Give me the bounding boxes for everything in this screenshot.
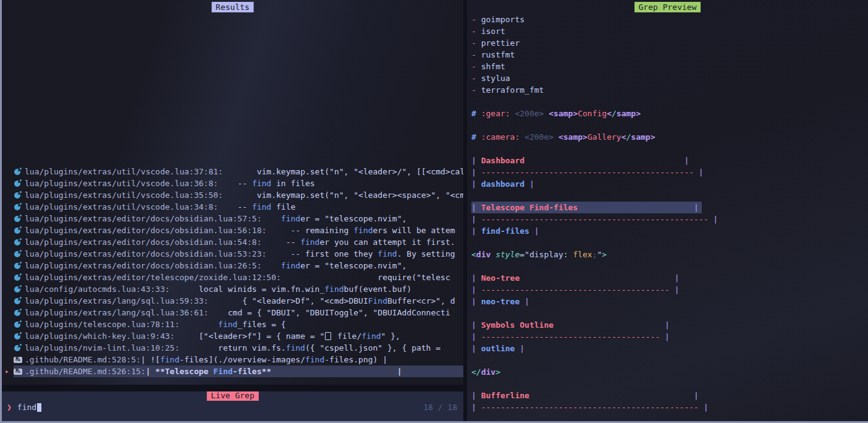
- result-path: .github/README.md:526:15:: [25, 365, 146, 377]
- lua-icon: [14, 204, 20, 210]
- result-row[interactable]: ▸.github/README.md:526:15:| **Telescope …: [2, 365, 463, 377]
- preview-line: [471, 260, 868, 272]
- preview-line: - goimports: [471, 14, 868, 25]
- preview-line: | dashboard |: [471, 178, 868, 190]
- lua-icon: [14, 251, 20, 257]
- preview-line: | outline |: [471, 343, 868, 354]
- prompt-title: Live Grep: [206, 391, 258, 401]
- preview-line: | Neo-tree |: [471, 272, 868, 284]
- lua-icon: [14, 192, 20, 199]
- prompt-panel: Live Grep ❯find 18 / 18: [2, 391, 463, 421]
- result-path: lua/config/autocmds.lua:43:33:: [25, 283, 170, 295]
- preview-line: [471, 143, 868, 155]
- result-row[interactable]: lua/plugins/extras/editor/docs/obsidian.…: [2, 224, 463, 236]
- result-path: lua/plugins/extras/editor/docs/obsidian.…: [25, 213, 262, 224]
- result-row[interactable]: lua/plugins/extras/util/vscode.lua:35:50…: [2, 189, 463, 201]
- lua-icon: [14, 298, 20, 304]
- preview-line: | Dashboard |: [471, 155, 868, 166]
- lua-icon: [14, 216, 20, 222]
- preview-line: | --------------------------------------…: [471, 213, 868, 225]
- result-row[interactable]: lua/plugins/which-key.lua:9:43: ["<leade…: [2, 330, 463, 342]
- preview-line: | --------------------------------------…: [471, 401, 868, 413]
- file-icon: [325, 332, 331, 340]
- lua-icon: [14, 333, 20, 340]
- lua-icon: [14, 239, 20, 246]
- results-panel: Results lua/plugins/extras/util/vscode.l…: [2, 0, 463, 385]
- lua-icon: [14, 286, 20, 293]
- lua-icon: [14, 310, 20, 316]
- preview-line: | Bufferline |: [471, 390, 868, 401]
- telescope-live-grep-window: Results lua/plugins/extras/util/vscode.l…: [0, 0, 868, 423]
- preview-line: | neo-tree |: [471, 296, 868, 307]
- lua-icon: [14, 275, 20, 281]
- result-row[interactable]: lua/plugins/extras/lang/sql.lua:36:61: c…: [2, 307, 463, 318]
- markdown-icon: [14, 369, 22, 375]
- search-query-text: find: [17, 401, 36, 413]
- result-path: lua/plugins/extras/util/vscode.lua:35:50…: [25, 189, 223, 201]
- result-path: .github/README.md:528:5:: [25, 354, 141, 365]
- results-title: Results: [211, 2, 254, 12]
- preview-line: - stylua: [471, 72, 868, 84]
- preview-line: | --------------------------------------…: [471, 284, 868, 296]
- result-row[interactable]: lua/plugins/extras/editor/docs/obsidian.…: [2, 213, 463, 224]
- preview-content: - goimports- isort- prettier- rustfmt- s…: [471, 14, 868, 413]
- preview-line: [471, 119, 868, 131]
- result-path: lua/plugins/extras/editor/docs/obsidian.…: [25, 260, 262, 271]
- preview-line: - rustfmt: [471, 49, 868, 61]
- lua-icon: [14, 322, 20, 328]
- result-path: lua/plugins/extras/util/vscode.lua:37:81…: [25, 166, 223, 177]
- preview-line: [471, 378, 868, 390]
- lua-icon: [14, 169, 20, 175]
- preview-title: Grep Preview: [634, 2, 701, 12]
- result-row[interactable]: lua/plugins/nvim-lint.lua:10:25: return …: [2, 342, 463, 354]
- preview-line: [471, 237, 868, 249]
- preview-panel: Grep Preview - goimports- isort- prettie…: [467, 0, 868, 421]
- result-row[interactable]: lua/plugins/extras/editor/docs/obsidian.…: [2, 248, 463, 260]
- result-path: lua/plugins/nvim-lint.lua:10:25:: [25, 342, 179, 354]
- preview-line: </div>: [471, 366, 868, 378]
- search-input[interactable]: ❯find: [7, 401, 458, 413]
- result-row[interactable]: lua/plugins/extras/util/vscode.lua:36:8:…: [2, 177, 463, 189]
- preview-line: [471, 190, 868, 202]
- result-path: lua/plugins/telescope.lua:78:11:: [25, 318, 179, 330]
- lua-icon: [14, 228, 20, 234]
- result-row[interactable]: lua/plugins/extras/lang/sql.lua:59:33: {…: [2, 295, 463, 307]
- result-path: lua/plugins/extras/editor/telescope/zoxi…: [25, 271, 281, 283]
- prompt-caret-icon: ❯: [7, 401, 12, 413]
- preview-line: - terraform_fmt: [471, 84, 868, 96]
- result-row[interactable]: lua/plugins/extras/editor/telescope/zoxi…: [2, 271, 463, 283]
- result-path: lua/plugins/extras/editor/docs/obsidian.…: [25, 236, 262, 248]
- lua-icon: [14, 181, 20, 187]
- text-cursor: [37, 403, 41, 412]
- result-path: lua/plugins/extras/util/vscode.lua:34:8:: [25, 201, 218, 213]
- result-path: lua/plugins/which-key.lua:9:43:: [25, 330, 175, 342]
- result-row[interactable]: lua/plugins/extras/editor/docs/obsidian.…: [2, 236, 463, 248]
- selection-caret-icon: ▸: [5, 365, 14, 377]
- preview-line: # :camera: <200e> <samp>Gallery</samp>: [471, 131, 868, 143]
- result-row[interactable]: lua/plugins/extras/util/vscode.lua:34:8:…: [2, 201, 463, 213]
- preview-line: | --------------------------------------…: [471, 166, 868, 178]
- result-path: lua/plugins/extras/lang/sql.lua:59:33:: [25, 295, 208, 307]
- results-list[interactable]: lua/plugins/extras/util/vscode.lua:37:81…: [2, 166, 463, 377]
- preview-line: [471, 96, 868, 108]
- result-path: lua/plugins/extras/editor/docs/obsidian.…: [25, 224, 266, 236]
- result-row[interactable]: .github/README.md:528:5:| ![find-files](…: [2, 354, 463, 365]
- result-row[interactable]: lua/plugins/extras/editor/docs/obsidian.…: [2, 260, 463, 271]
- result-row[interactable]: lua/config/autocmds.lua:43:33: local win…: [2, 283, 463, 295]
- preview-line: - isort: [471, 25, 868, 37]
- markdown-icon: [14, 357, 22, 363]
- preview-line: | find-files |: [471, 225, 868, 237]
- result-row[interactable]: lua/plugins/telescope.lua:78:11: find_fi…: [2, 318, 463, 330]
- preview-line: - shfmt: [471, 61, 868, 72]
- result-row[interactable]: lua/plugins/extras/util/vscode.lua:37:81…: [2, 166, 463, 177]
- preview-line: - prettier: [471, 37, 868, 49]
- preview-line: [471, 354, 868, 366]
- lua-icon: [14, 345, 20, 351]
- preview-line: | Symbols Outline |: [471, 319, 868, 331]
- result-path: lua/plugins/extras/lang/sql.lua:36:61:: [25, 307, 208, 318]
- result-path: lua/plugins/extras/editor/docs/obsidian.…: [25, 248, 266, 260]
- result-counter: 18 / 18: [423, 401, 457, 413]
- preview-highlight-line: | Telescope Find-files |: [471, 202, 868, 213]
- preview-line: [471, 307, 868, 319]
- lua-icon: [14, 263, 20, 269]
